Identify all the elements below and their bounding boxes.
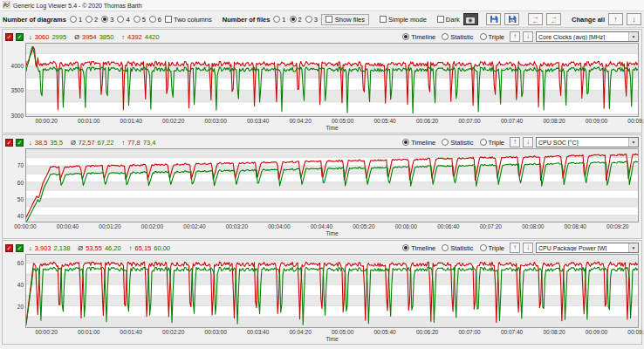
series-red-visible-checkbox[interactable]: ✓ — [5, 33, 13, 41]
y-tick-label: 70 — [17, 162, 24, 168]
x-tick-label: 00:05:00 — [332, 118, 353, 124]
series-green-visible-checkbox[interactable]: ✓ — [16, 33, 24, 41]
view-statistic-radio[interactable]: Statistic — [442, 139, 473, 147]
view-triple-radio[interactable]: Triple — [480, 244, 504, 252]
x-tick-label: 00:05:40 — [373, 118, 395, 124]
files-option-1[interactable]: 1 — [273, 16, 285, 24]
x-tick-label: 00:01:20 — [99, 223, 120, 229]
stat-min-icon: ↓ — [29, 33, 32, 41]
radio-icon — [101, 16, 108, 23]
channel-dropdown-value: CPU SOC [°C] — [537, 140, 628, 146]
stat-min: ↓3,9032,138 — [29, 244, 70, 252]
view-timeline-label: Timeline — [411, 33, 435, 41]
channel-dropdown-value: Core Clocks (avg) [MHz] — [537, 34, 628, 40]
stat-max-value: 65,15 — [134, 244, 151, 252]
change-all-down-button[interactable]: ↓ — [627, 13, 641, 25]
x-tick-label: 00:05:00 — [332, 329, 353, 335]
chart-area: 40506070 00:00:0000:00:4000:01:2000:02:0… — [3, 148, 641, 238]
window-title: Generic Log Viewer 5.4 - © 2020 Thomas B… — [13, 3, 142, 9]
view-mode-radios: TimelineStatisticTriple — [402, 139, 504, 147]
series-green-visible-checkbox[interactable]: ✓ — [16, 139, 24, 147]
swap-file2-button[interactable]: →← — [546, 13, 561, 25]
view-timeline-radio[interactable]: Timeline — [402, 33, 435, 41]
channel-dropdown-value: CPU Package Power [W] — [537, 245, 628, 251]
channel-dropdown[interactable]: CPU Package Power [W] ▼ — [536, 243, 639, 253]
diagrams-option-1[interactable]: 1 — [70, 16, 82, 24]
x-tick-label: 00:08:20 — [543, 118, 565, 124]
view-triple-radio[interactable]: Triple — [480, 33, 504, 41]
stat-avg: Ø53,5546,20 — [78, 244, 120, 252]
move-diagram-up-button[interactable]: ↑ — [510, 31, 520, 42]
change-all-up-button[interactable]: ↑ — [608, 13, 623, 25]
plot-area[interactable] — [25, 43, 639, 117]
view-triple-label: Triple — [489, 139, 504, 147]
y-tick-label: 4000 — [11, 63, 24, 69]
diagrams-option-6[interactable]: 6 — [149, 16, 161, 24]
x-tick-label: 00:07:40 — [501, 329, 523, 335]
x-tick-label: 00:02:20 — [162, 329, 184, 335]
radio-icon — [290, 16, 297, 23]
simple-mode-checkbox[interactable]: Simple mode — [380, 16, 427, 24]
plot-area[interactable] — [25, 254, 639, 328]
diagrams-option-3[interactable]: 3 — [101, 16, 113, 24]
screenshot-button[interactable] — [463, 13, 478, 25]
y-axis-labels: 300035004000 — [3, 43, 25, 117]
panel-header: ✓ ✓ ↓30602995Ø39543850↑43924420 Timeline… — [3, 30, 641, 43]
stat-avg-value: 67,22 — [98, 139, 114, 147]
view-statistic-radio[interactable]: Statistic — [442, 244, 473, 252]
dark-mode-checkbox[interactable]: Dark — [437, 16, 460, 24]
save-data-button[interactable] — [486, 13, 501, 25]
series-red-visible-checkbox[interactable]: ✓ — [5, 139, 13, 147]
titlebar: Generic Log Viewer 5.4 - © 2020 Thomas B… — [0, 0, 644, 11]
diagrams-option-2[interactable]: 2 — [86, 16, 98, 24]
x-axis-title: Time — [25, 336, 639, 343]
save-picture-button[interactable] — [504, 13, 519, 25]
move-diagram-up-button[interactable]: ↑ — [510, 243, 520, 253]
view-statistic-label: Statistic — [450, 33, 473, 41]
swap-file1-button[interactable]: →← — [528, 13, 543, 25]
series-green-visible-checkbox[interactable]: ✓ — [16, 244, 24, 252]
view-statistic-radio[interactable]: Statistic — [442, 33, 473, 41]
stat-avg: Ø72,5767,22 — [71, 139, 113, 147]
move-diagram-up-button[interactable]: ↑ — [510, 137, 520, 147]
view-timeline-radio[interactable]: Timeline — [402, 139, 435, 147]
x-tick-label: 00:02:20 — [162, 118, 184, 124]
x-tick-label: 00:09:20 — [606, 223, 628, 229]
diagrams-option-5[interactable]: 5 — [134, 16, 146, 24]
view-triple-radio[interactable]: Triple — [480, 139, 504, 147]
series-red-visible-checkbox[interactable]: ✓ — [5, 244, 13, 252]
radio-icon — [402, 139, 409, 146]
x-tick-label: 00:09:40 — [627, 329, 644, 335]
move-diagram-down-button[interactable]: ↓ — [523, 31, 533, 42]
two-columns-checkbox[interactable]: Two columns — [165, 16, 212, 24]
view-timeline-radio[interactable]: Timeline — [402, 244, 435, 252]
move-diagram-down-button[interactable]: ↓ — [523, 243, 533, 253]
radio-icon — [70, 16, 77, 23]
radio-icon — [442, 139, 449, 146]
stat-min-icon: ↓ — [29, 244, 32, 252]
stat-avg-value: 46,20 — [105, 244, 121, 252]
diagram-panel-3: ✓ ✓ ↓3,9032,138Ø53,5546,20↑65,1560,00 Ti… — [2, 240, 642, 345]
plot-area[interactable] — [25, 148, 639, 222]
y-tick-label: 60 — [17, 260, 24, 266]
stat-min-value: 35,5 — [50, 139, 63, 147]
stat-max-icon: ↑ — [121, 139, 125, 147]
diagrams-option-4-label: 4 — [126, 16, 129, 24]
radio-icon — [402, 33, 409, 40]
x-axis-labels: 00:00:2000:01:0000:01:4000:02:2000:03:00… — [25, 328, 639, 336]
channel-dropdown[interactable]: Core Clocks (avg) [MHz] ▼ — [536, 31, 639, 42]
diagram-panel-1: ✓ ✓ ↓30602995Ø39543850↑43924420 Timeline… — [2, 29, 642, 133]
x-tick-label: 00:00:20 — [36, 118, 58, 124]
checkbox-box-icon — [165, 16, 172, 23]
show-files-checkbox[interactable]: Show files — [321, 14, 369, 25]
radio-icon — [149, 16, 156, 23]
files-option-2[interactable]: 2 — [290, 16, 302, 24]
stat-min-value: 2,138 — [54, 244, 71, 252]
diagrams-option-4[interactable]: 4 — [117, 16, 129, 24]
x-tick-label: 00:08:40 — [565, 223, 586, 229]
green-arrows-icon: →← — [551, 15, 558, 24]
channel-dropdown[interactable]: CPU SOC [°C] ▼ — [536, 137, 639, 147]
radio-icon — [480, 33, 487, 40]
files-option-3[interactable]: 3 — [305, 16, 318, 24]
move-diagram-down-button[interactable]: ↓ — [523, 137, 533, 147]
